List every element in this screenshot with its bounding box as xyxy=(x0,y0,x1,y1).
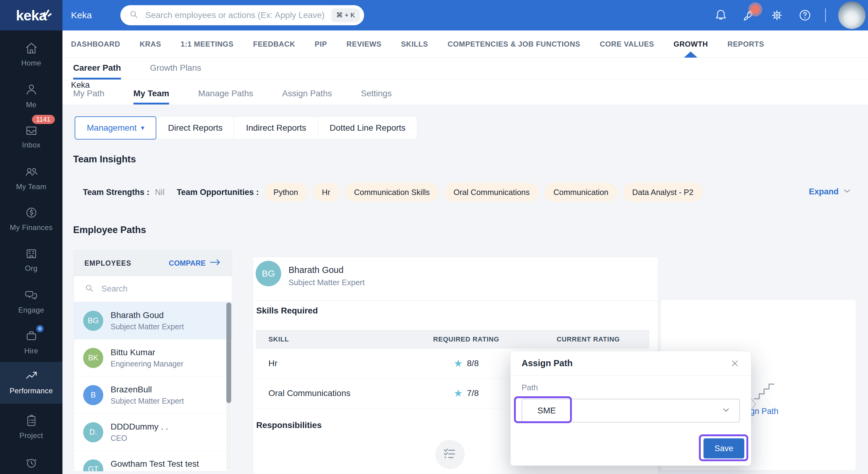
filter-direct-reports[interactable]: Direct Reports xyxy=(156,116,234,139)
sectiontab-assign-paths[interactable]: Assign Paths xyxy=(282,80,332,104)
employee-avatar: B xyxy=(83,385,103,405)
keka-logo[interactable]: keka xyxy=(0,0,62,30)
arrow-right-icon xyxy=(209,258,221,268)
filter-indirect-reports[interactable]: Indirect Reports xyxy=(234,116,318,139)
global-search[interactable]: ⌘ + K xyxy=(120,5,364,25)
tab-reviews[interactable]: REVIEWS xyxy=(346,30,381,58)
sidebar-item-my-team[interactable]: My Team xyxy=(0,160,62,198)
employee-row-bharath-goud[interactable]: BGBharath GoudSubject Matter Expert xyxy=(74,302,232,339)
team-strengths-value: Nil xyxy=(155,188,165,197)
inbox-icon: 1141 xyxy=(24,123,39,137)
home-icon xyxy=(24,41,39,56)
gear-icon[interactable] xyxy=(769,7,785,23)
sidebar-item-label: Performance xyxy=(10,386,53,395)
employee-row-gowtham-test-test-test[interactable]: GTGowtham Test Test testCEO xyxy=(74,450,232,472)
required-rating: ★8/8 xyxy=(405,358,527,368)
sidebar-item-label: Inbox xyxy=(22,141,40,149)
opportunity-chips: PythonHrCommunication SkillsOral Communi… xyxy=(265,183,703,202)
bell-icon[interactable] xyxy=(713,7,729,23)
skill-name: Hr xyxy=(256,358,405,368)
close-icon[interactable] xyxy=(730,358,740,369)
employee-role: CEO xyxy=(111,471,199,472)
search-icon xyxy=(84,283,95,295)
profile-avatar: BG xyxy=(256,261,281,286)
employee-avatar: BK xyxy=(83,348,103,368)
employee-name: Bharath Goud xyxy=(111,310,184,320)
sectiontab-my-team[interactable]: My Team xyxy=(133,80,169,104)
filter-management[interactable]: Management▾ xyxy=(75,116,156,139)
compare-button[interactable]: COMPARE xyxy=(169,258,221,268)
sidebar-item-label: My Finances xyxy=(10,223,53,232)
compare-label: COMPARE xyxy=(169,259,206,267)
tab-reports[interactable]: REPORTS xyxy=(727,30,764,58)
opportunity-chip-communication-skills: Communication Skills xyxy=(345,183,439,202)
tab-kras[interactable]: KRAS xyxy=(140,30,161,58)
stray-keka-text: Keka xyxy=(71,81,90,90)
employee-row-brazenbull[interactable]: BBrazenBullSubject Matter Expert xyxy=(74,376,232,413)
employee-row-ddddummy[interactable]: D.DDDDummy . .CEO xyxy=(74,413,232,450)
employee-info: BrazenBullSubject Matter Expert xyxy=(111,385,184,406)
tab-skills[interactable]: SKILLS xyxy=(401,30,428,58)
topbar-divider xyxy=(825,8,826,22)
sidebar-item-home[interactable]: Home xyxy=(0,37,62,74)
employee-list-scrollbar[interactable] xyxy=(226,302,231,471)
sectiontab-settings[interactable]: Settings xyxy=(361,80,392,104)
employees-panel-header: EMPLOYEES COMPARE xyxy=(74,250,232,276)
skills-col-required-rating: REQUIRED RATING xyxy=(405,336,527,343)
hire-notification-dot xyxy=(36,325,43,333)
profile-avatar-initials: BG xyxy=(262,268,275,279)
sidebar-item-label: Org xyxy=(25,264,37,273)
expand-toggle[interactable]: Expand xyxy=(809,186,851,197)
employee-info: DDDDummy . .CEO xyxy=(111,422,168,443)
employee-row-bittu-kumar[interactable]: BKBittu KumarEngineering Manager xyxy=(74,339,232,376)
my-team-section-tabs: Keka My PathMy TeamManage PathsAssign Pa… xyxy=(62,80,868,104)
me-icon xyxy=(24,83,39,97)
required-rating-value: 7/8 xyxy=(467,388,479,398)
employees-header-label: EMPLOYEES xyxy=(84,259,131,267)
tab-growth[interactable]: GROWTH xyxy=(674,30,708,58)
tab-pip[interactable]: PIP xyxy=(315,30,327,58)
team-insights-title: Team Insights xyxy=(73,154,136,165)
sectiontab-manage-paths[interactable]: Manage Paths xyxy=(198,80,253,104)
chevron-down-icon xyxy=(721,405,731,416)
sidebar-item-org[interactable]: Org xyxy=(0,242,62,280)
sidebar-item-label: Engage xyxy=(18,306,44,314)
help-icon[interactable] xyxy=(797,7,813,23)
star-icon: ★ xyxy=(454,358,463,368)
tab-feedback[interactable]: FEEDBACK xyxy=(253,30,295,58)
tab-competencies-job-functions[interactable]: COMPETENCIES & JOB FUNCTIONS xyxy=(447,30,580,58)
path-select[interactable]: SME xyxy=(522,399,740,422)
star-icon: ★ xyxy=(454,388,463,398)
topbar: Keka ⌘ + K xyxy=(62,0,868,30)
sidebar-item-performance[interactable]: Performance xyxy=(0,362,62,404)
sidebar-item-my-finances[interactable]: My Finances xyxy=(0,201,62,239)
subtab-growth-plans[interactable]: Growth Plans xyxy=(150,58,201,80)
sidebar-item-engage[interactable]: Engage xyxy=(0,284,62,321)
sidebar-item-inbox[interactable]: 1141Inbox xyxy=(0,119,62,156)
sidebar-item-project[interactable]: Project xyxy=(0,409,62,447)
save-button[interactable]: Save xyxy=(704,438,744,459)
sidebar-item-label: Me xyxy=(26,100,36,109)
sidebar-item-hire[interactable]: Hire xyxy=(0,324,62,362)
employee-search[interactable] xyxy=(74,276,232,302)
tab-dashboard[interactable]: DASHBOARD xyxy=(71,30,120,58)
global-search-input[interactable] xyxy=(145,10,326,21)
filter-dotted-line-reports[interactable]: Dotted Line Reports xyxy=(318,116,417,139)
sidebar-item-me[interactable]: Me xyxy=(0,78,62,116)
skills-table-header: SKILLREQUIRED RATINGCURRENT RATING xyxy=(256,330,649,348)
user-avatar[interactable] xyxy=(838,2,866,29)
tab-core-values[interactable]: CORE VALUES xyxy=(600,30,654,58)
tab-1-1-meetings[interactable]: 1:1 MEETINGS xyxy=(181,30,234,58)
scrollbar-thumb[interactable] xyxy=(226,303,231,403)
employee-search-input[interactable] xyxy=(101,284,221,294)
employee-paths-title: Employee Paths xyxy=(73,224,146,235)
rocket-icon[interactable] xyxy=(741,7,757,23)
inbox-count-badge: 1141 xyxy=(32,115,55,124)
sidebar-item-time-attend[interactable]: Time Attend xyxy=(0,451,62,474)
employee-name: BrazenBull xyxy=(111,385,184,394)
sidebar-item-label: Hire xyxy=(24,347,38,355)
subtab-career-path[interactable]: Career Path xyxy=(73,58,121,80)
team-strengths-label: Team Strengths : xyxy=(83,188,150,197)
employee-role: Subject Matter Expert xyxy=(111,397,184,406)
path-select-value: SME xyxy=(537,406,556,415)
